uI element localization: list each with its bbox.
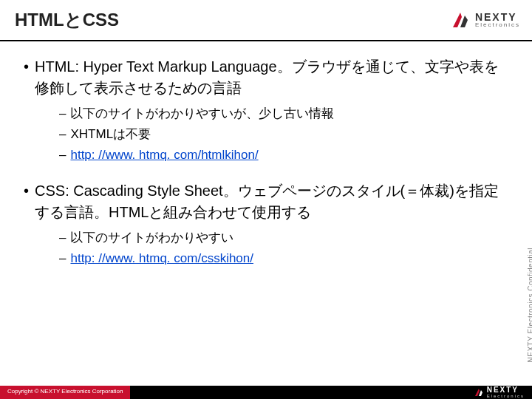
bullet-text: HTML: Hyper Text Markup Language。ブラウザを通じ… [35, 56, 508, 99]
sub-bullet-text: 以下のサイトがわかりやすいが、少し古い情報 [70, 103, 334, 124]
copyright-text: Copyright © NEXTY Electronics Corporatio… [0, 386, 130, 399]
sub-bullet-text: 以下のサイトがわかりやすい [70, 228, 233, 248]
slide-title: HTMLとCSS [15, 8, 119, 32]
slide-footer: Copyright © NEXTY Electronics Corporatio… [0, 386, 532, 399]
sub-list: – 以下のサイトがわかりやすいが、少し古い情報 – XHTMLは不要 – htt… [59, 103, 508, 166]
logo-name: NEXTY [475, 12, 520, 22]
sub-bullet-item: – http: //www. htmq. com/htmlkihon/ [59, 145, 508, 166]
slide-body: • HTML: Hyper Text Markup Language。ブラウザを… [0, 41, 532, 269]
logo-sub: Electronics [475, 22, 520, 28]
sub-bullet-text: XHTMLは不要 [70, 124, 151, 145]
dash-marker: – [59, 228, 66, 248]
confidential-label: NEXTY Electronics Confidential [527, 248, 533, 362]
bullet-marker: • [24, 56, 29, 99]
footer-logo-sub: Electronics [487, 394, 525, 398]
bullet-item: • HTML: Hyper Text Markup Language。ブラウザを… [24, 56, 508, 99]
sub-bullet-item: – http: //www. htmq. com/csskihon/ [59, 248, 508, 269]
sub-bullet-item: – 以下のサイトがわかりやすいが、少し古い情報 [59, 103, 508, 124]
sub-bullet-item: – XHTMLは不要 [59, 124, 508, 145]
footer-spacer [130, 386, 466, 399]
footer-logo-name: NEXTY [487, 386, 525, 394]
logo-mark-icon [474, 387, 484, 398]
dash-marker: – [59, 248, 66, 269]
dash-marker: – [59, 124, 66, 145]
bullet-text: CSS: Cascading Style Sheet。ウェブページのスタイル(＝… [35, 180, 508, 223]
footer-logo: NEXTY Electronics [466, 386, 532, 399]
header-logo: NEXTY Electronics [450, 10, 520, 30]
sub-bullet-item: – 以下のサイトがわかりやすい [59, 228, 508, 248]
sub-list: – 以下のサイトがわかりやすい – http: //www. htmq. com… [59, 228, 508, 269]
dash-marker: – [59, 103, 66, 124]
bullet-marker: • [24, 180, 29, 223]
dash-marker: – [59, 145, 66, 166]
reference-link[interactable]: http: //www. htmq. com/htmlkihon/ [70, 145, 258, 166]
bullet-item: • CSS: Cascading Style Sheet。ウェブページのスタイル… [24, 180, 508, 223]
reference-link[interactable]: http: //www. htmq. com/csskihon/ [70, 248, 253, 269]
slide-header: HTMLとCSS NEXTY Electronics [0, 0, 532, 41]
logo-mark-icon [450, 10, 471, 30]
